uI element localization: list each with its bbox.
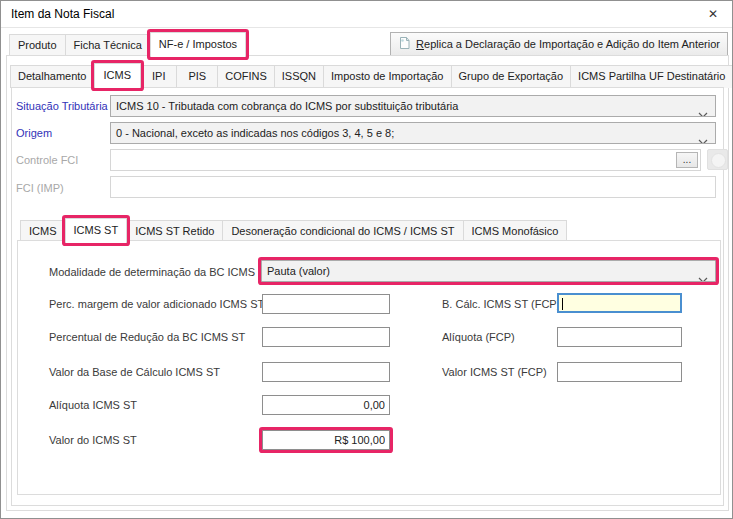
fci-circle-button[interactable] <box>707 149 728 170</box>
chevron-down-icon <box>698 131 708 144</box>
aliquota-st-label: Alíquota ICMS ST <box>49 399 137 411</box>
tab-icms-partilha-uf-destinatario[interactable]: ICMS Partilha UF Destinatário <box>570 65 733 88</box>
chevron-down-icon <box>698 269 708 282</box>
browse-fci-button[interactable]: ... <box>676 152 698 168</box>
controle-fci-label: Controle FCI <box>16 154 78 166</box>
main-tab-strip: Produto Ficha Técnica NF-e / Impostos <box>9 32 246 57</box>
tab-nfe-impostos[interactable]: NF-e / Impostos <box>150 32 246 57</box>
tab-cofins[interactable]: COFINS <box>217 65 275 88</box>
controle-fci-field: ... <box>110 149 701 171</box>
bcalc-fcp-label: B. Cálc. ICMS ST (FCP) <box>442 298 560 310</box>
origem-combobox[interactable]: 0 - Nacional, exceto as indicadas nos có… <box>110 122 716 144</box>
valor-fcp-label: Valor ICMS ST (FCP) <box>442 366 547 378</box>
perc-margem-label: Perc. margem de valor adicionado ICMS ST <box>49 298 264 310</box>
modalidade-combobox[interactable]: Pauta (valor) <box>261 260 716 282</box>
title-bar: Item da Nota Fiscal ✕ <box>1 1 732 28</box>
tab-pis[interactable]: PIS <box>176 65 218 88</box>
impostos-tab-strip: Detalhamento ICMS IPI PIS COFINS ISSQN I… <box>10 63 733 88</box>
fci-imp-label: FCI (IMP) <box>16 182 64 194</box>
icms-page: Situação Tributária ICMS 10 - Tributada … <box>11 87 724 506</box>
fci-imp-input[interactable] <box>110 176 716 198</box>
perc-margem-input[interactable] <box>262 294 390 314</box>
close-icon[interactable]: ✕ <box>702 5 724 23</box>
modalidade-label: Modalidade de determinação da BC ICMS ST <box>49 266 272 278</box>
text-cursor <box>562 298 563 310</box>
perc-reducao-input[interactable] <box>262 327 390 347</box>
tab-ficha-tecnica[interactable]: Ficha Técnica <box>65 34 151 57</box>
aliquota-fcp-label: Alíquota (FCP) <box>442 331 515 343</box>
tab-icms-st[interactable]: ICMS ST <box>65 218 128 243</box>
situacao-tributaria-label: Situação Tributária <box>16 100 108 112</box>
situacao-tributaria-combobox[interactable]: ICMS 10 - Tributada com cobrança do ICMS… <box>110 95 716 117</box>
aliquota-st-input[interactable] <box>262 395 390 415</box>
valor-st-input[interactable] <box>262 430 390 450</box>
valor-base-label: Valor da Base de Cálculo ICMS ST <box>49 366 220 378</box>
aliquota-fcp-input[interactable] <box>557 327 682 347</box>
perc-reducao-label: Percentual de Redução da BC ICMS ST <box>49 331 245 343</box>
tab-produto[interactable]: Produto <box>9 34 66 57</box>
replica-icon <box>398 36 411 52</box>
tab-imposto-importacao[interactable]: Imposto de Importação <box>323 65 452 88</box>
replica-button-label: Replica a Declaração de Importação e Adi… <box>416 38 720 50</box>
tab-icms[interactable]: ICMS <box>94 63 142 88</box>
tab-issqn[interactable]: ISSQN <box>274 65 324 88</box>
valor-base-input[interactable] <box>262 362 390 382</box>
origem-label: Origem <box>16 127 52 139</box>
tab-detalhamento[interactable]: Detalhamento <box>10 65 95 88</box>
nfe-impostos-page: Detalhamento ICMS IPI PIS COFINS ISSQN I… <box>6 55 729 511</box>
bcalc-fcp-input[interactable] <box>557 293 682 313</box>
tab-ipi[interactable]: IPI <box>140 65 177 88</box>
valor-st-label: Valor do ICMS ST <box>49 434 137 446</box>
valor-fcp-input[interactable] <box>557 362 682 382</box>
window-title: Item da Nota Fiscal <box>11 7 114 21</box>
item-nota-fiscal-dialog: Item da Nota Fiscal ✕ Produto Ficha Técn… <box>0 0 733 519</box>
replica-button[interactable]: Replica a Declaração de Importação e Adi… <box>390 32 728 56</box>
tab-grupo-exportacao[interactable]: Grupo de Exportação <box>451 65 572 88</box>
icms-st-panel: Modalidade de determinação da BC ICMS ST… <box>17 240 721 495</box>
chevron-down-icon <box>698 104 708 117</box>
